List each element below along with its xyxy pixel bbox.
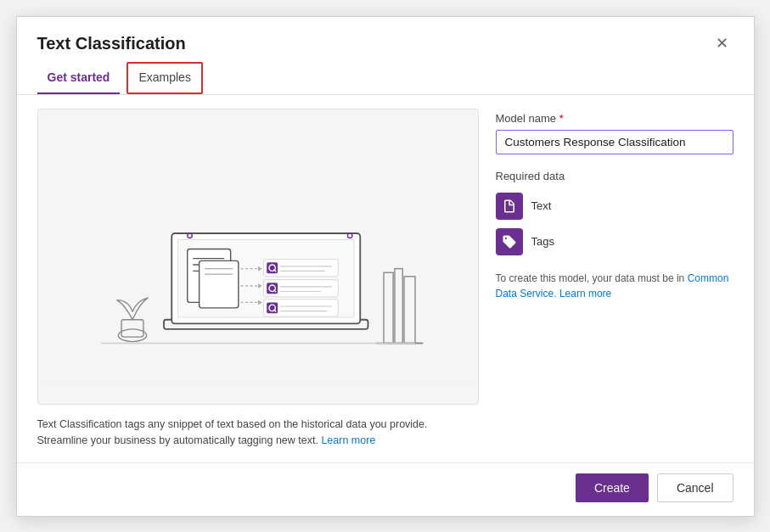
close-button[interactable]: ✕ xyxy=(711,34,733,53)
caption-learn-more-link[interactable]: Learn more xyxy=(321,434,375,446)
model-name-label: Model name * xyxy=(496,112,733,125)
text-icon-box xyxy=(496,193,523,220)
dialog-title: Text Classification xyxy=(37,34,186,53)
tabs-container: Get started Examples xyxy=(17,62,754,95)
text-data-label: Text xyxy=(531,199,552,212)
text-classification-dialog: Text Classification ✕ Get started Exampl… xyxy=(16,16,755,517)
model-name-input[interactable] xyxy=(496,130,733,154)
document-icon xyxy=(502,199,517,214)
learn-more-link[interactable]: Learn more xyxy=(559,288,611,300)
tab-examples[interactable]: Examples xyxy=(126,62,202,94)
data-item-text: Text xyxy=(496,193,733,220)
tags-data-label: Tags xyxy=(531,235,554,248)
dialog-header: Text Classification ✕ xyxy=(17,17,754,62)
required-data-label: Required data xyxy=(496,170,733,182)
right-panel: Model name * Required data Text xyxy=(496,109,733,449)
tags-icon-box xyxy=(496,228,523,255)
dialog-footer: Create Cancel xyxy=(17,462,754,516)
data-item-tags: Tags xyxy=(496,228,733,255)
create-button[interactable]: Create xyxy=(576,473,649,502)
illustration-svg: " xyxy=(38,109,478,405)
svg-rect-16 xyxy=(199,260,238,308)
illustration-box: " xyxy=(37,109,479,406)
tag-icon xyxy=(502,234,517,249)
required-star: * xyxy=(559,112,564,125)
dialog-body: " xyxy=(17,95,754,462)
caption: Text Classification tags any snippet of … xyxy=(37,417,479,449)
cancel-button[interactable]: Cancel xyxy=(657,473,733,502)
tab-get-started[interactable]: Get started xyxy=(37,62,121,94)
info-text: To create this model, your data must be … xyxy=(496,271,733,301)
left-panel: " xyxy=(37,109,479,449)
